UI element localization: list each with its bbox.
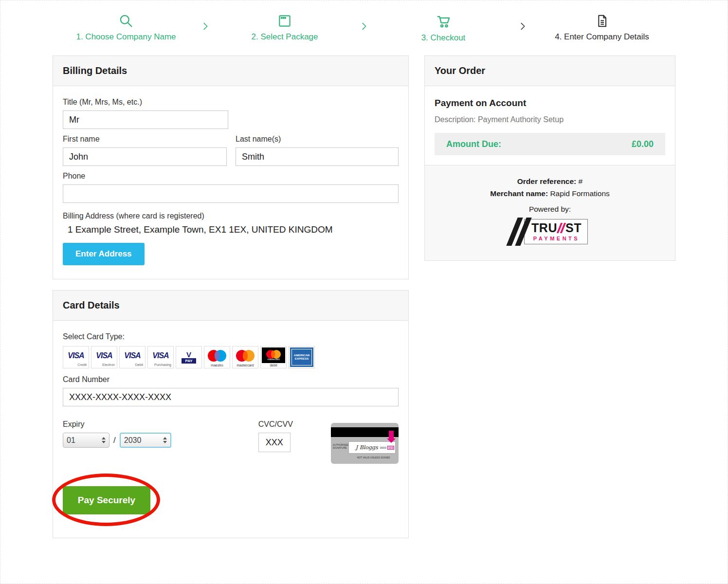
chevron-right-icon	[507, 13, 539, 32]
enter-address-button[interactable]: Enter Address	[63, 243, 145, 265]
card-number-label: Card Number	[63, 375, 399, 384]
your-order-panel: Your Order Payment on Account Descriptio…	[424, 55, 675, 261]
authorised-signature-text: AUTHORISED SIGNATURE	[333, 443, 347, 449]
trust-slashes-icon	[512, 218, 526, 246]
search-icon	[118, 13, 134, 29]
v-pay-icon[interactable]: V PAY	[176, 346, 202, 368]
first-name-label: First name	[63, 135, 227, 144]
cart-icon	[435, 13, 452, 30]
card-digits: 0000	[380, 446, 386, 449]
last-name-label: Last name(s)	[236, 135, 399, 144]
not-valid-text: NOT VALID UNLESS SIGNED	[348, 456, 399, 459]
trust-mini-slashes-icon	[559, 223, 564, 233]
step-label: 2. Select Package	[251, 32, 318, 42]
step-enter-company-details[interactable]: 4. Enter Company Details	[539, 13, 665, 42]
step-choose-company-name[interactable]: 1. Choose Company Name	[63, 13, 189, 42]
merchant-name-value: Rapid Formations	[550, 189, 609, 198]
visa-debit-icon[interactable]: VISA Debit	[119, 346, 146, 368]
checkout-stepper: 1. Choose Company Name 2. Select Package…	[0, 0, 728, 43]
order-item-title: Payment on Account	[435, 98, 665, 109]
billing-details-header: Billing Details	[53, 56, 408, 86]
billing-address-value: 1 Example Street, Example Town, EX1 1EX,…	[63, 224, 399, 235]
order-reference-label: Order reference:	[517, 177, 576, 185]
package-icon	[277, 13, 292, 29]
last-name-input[interactable]: Smith	[236, 147, 399, 166]
powered-by-label: Powered by:	[430, 205, 670, 214]
amount-due-row: Amount Due: £0.00	[435, 133, 665, 155]
panel-title: Card Details	[63, 300, 120, 310]
first-name-input[interactable]: John	[63, 147, 227, 166]
spinner-icon	[163, 437, 167, 443]
amount-due-value: £0.00	[632, 139, 654, 149]
order-description: Description: Payment Authority Setup	[435, 115, 665, 124]
document-icon	[594, 13, 610, 29]
step-label: 1. Choose Company Name	[76, 32, 176, 42]
visa-electron-icon[interactable]: VISA Electron	[91, 346, 117, 368]
your-order-header: Your Order	[425, 56, 675, 86]
chevron-right-icon	[348, 13, 380, 32]
panel-title: Billing Details	[63, 65, 127, 76]
maestro-icon[interactable]: maestro	[204, 346, 230, 368]
expiry-separator: /	[113, 436, 116, 445]
signature-text: J Bloggs	[356, 444, 378, 451]
order-reference-value: #	[579, 177, 583, 185]
checkout-page: 1. Choose Company Name 2. Select Package…	[0, 0, 728, 584]
cvc-label: CVC/CVV	[258, 420, 331, 429]
mastercard-icon[interactable]: mastercard	[232, 346, 258, 368]
card-number-input[interactable]: XXXX-XXXX-XXXX-XXXX	[63, 388, 399, 406]
card-details-panel: Card Details Select Card Type: VISA Cred…	[53, 290, 409, 538]
title-input[interactable]: Mr	[63, 110, 228, 129]
title-label: Title (Mr, Mrs, Ms, etc.)	[63, 98, 399, 107]
trust-payments-logo: TRU ST PAYMENTS	[512, 218, 588, 246]
spinner-icon	[102, 437, 106, 443]
expiry-month-select[interactable]: 01	[63, 433, 109, 448]
cvc-pointer-arrow-icon	[389, 431, 394, 438]
visa-credit-icon[interactable]: VISA Credit	[63, 346, 89, 368]
cvc-input[interactable]: XXX	[258, 433, 291, 452]
amount-due-label: Amount Due:	[446, 139, 501, 149]
phone-input[interactable]	[63, 184, 399, 203]
step-label: 3. Checkout	[421, 33, 466, 43]
order-footer: Order reference: # Merchant name: Rapid …	[425, 165, 675, 260]
card-type-list: VISA Credit VISA Electron VISA Debit V	[63, 346, 399, 368]
card-details-header: Card Details	[53, 291, 408, 321]
visa-purchasing-icon[interactable]: VISA Purchasing	[147, 346, 174, 368]
step-checkout[interactable]: 3. Checkout	[380, 13, 507, 43]
billing-address-label: Billing Address (where card is registere…	[63, 212, 399, 220]
cvc-highlight: 123	[387, 446, 394, 450]
mastercard-debit-icon[interactable]: mastercard debit	[260, 346, 287, 368]
step-select-package[interactable]: 2. Select Package	[221, 13, 348, 42]
merchant-name-label: Merchant name:	[490, 189, 548, 198]
phone-label: Phone	[63, 172, 399, 181]
step-label: 4. Enter Company Details	[555, 32, 649, 42]
american-express-icon[interactable]: AMERICAN EXPRESS	[289, 346, 315, 368]
card-back-graphic: AUTHORISED SIGNATURE J Bloggs 0000 123 N…	[331, 423, 399, 464]
expiry-label: Expiry	[63, 420, 258, 429]
expiry-year-select[interactable]: 2030	[120, 433, 171, 448]
select-card-type-label: Select Card Type:	[63, 332, 399, 341]
panel-title: Your Order	[435, 65, 485, 76]
pay-securely-button[interactable]: Pay Securely	[63, 486, 150, 514]
signature-strip: J Bloggs 0000 123	[348, 441, 396, 454]
chevron-right-icon	[189, 13, 221, 32]
billing-details-panel: Billing Details Title (Mr, Mrs, Ms, etc.…	[53, 55, 409, 279]
